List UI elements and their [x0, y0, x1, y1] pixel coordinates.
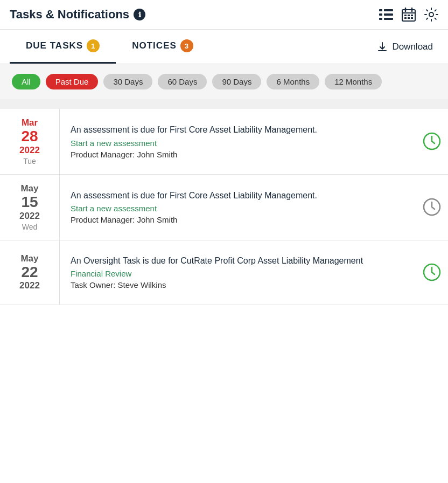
task-meta: Product Manager: John Smith: [71, 150, 405, 159]
task-year: 2022: [19, 145, 40, 156]
task-date-3: May 22 2022: [0, 240, 59, 305]
task-meta: Task Owner: Steve Wilkins: [71, 280, 405, 289]
svg-rect-10: [404, 15, 407, 16]
filter-6-months[interactable]: 6 Months: [267, 74, 319, 89]
due-tasks-label: DUE TASKS: [26, 40, 83, 51]
task-weekday: Tue: [23, 157, 36, 165]
page-title: Tasks & Notifications: [10, 8, 129, 22]
notices-label: NOTICES: [132, 40, 177, 51]
svg-rect-4: [384, 13, 393, 16]
filter-12-months[interactable]: 12 Months: [325, 74, 382, 89]
task-clock-icon-container: [416, 240, 448, 305]
task-description: An Oversight Task is due for CutRate Pro…: [71, 255, 405, 267]
download-label: Download: [392, 42, 433, 52]
svg-rect-5: [384, 18, 393, 20]
info-icon[interactable]: ℹ: [134, 9, 145, 20]
svg-rect-14: [408, 17, 410, 19]
calendar-icon-button[interactable]: [402, 8, 416, 22]
filter-90-days[interactable]: 90 Days: [212, 74, 261, 89]
task-year: 2022: [19, 211, 40, 222]
task-month: May: [20, 183, 38, 194]
list-icon: [379, 9, 393, 20]
clock-icon: [422, 132, 442, 151]
tab-bar: DUE TASKS 1 NOTICES 3 Download: [0, 30, 448, 64]
task-day: 22: [21, 264, 38, 281]
download-icon: [377, 42, 388, 52]
svg-point-16: [429, 12, 433, 17]
header-icons: [379, 8, 438, 22]
task-year: 2022: [19, 280, 40, 291]
task-content-2: An assessment is due for First Core Asse…: [59, 175, 416, 240]
list-icon-button[interactable]: [379, 9, 393, 20]
filter-60-days[interactable]: 60 Days: [158, 74, 207, 89]
filter-30-days[interactable]: 30 Days: [103, 74, 152, 89]
task-meta: Product Manager: John Smith: [71, 215, 405, 224]
task-date-1: Mar 28 2022 Tue: [0, 109, 59, 174]
task-action-link[interactable]: Start a new assessment: [71, 139, 405, 148]
due-tasks-badge: 1: [87, 39, 100, 52]
task-month: May: [20, 253, 38, 264]
notices-badge: 3: [180, 39, 193, 52]
filter-past-due[interactable]: Past Due: [46, 74, 99, 89]
table-row: May 15 2022 Wed An assessment is due for…: [0, 175, 448, 240]
svg-rect-13: [404, 17, 407, 19]
calendar-icon: [402, 8, 416, 22]
svg-rect-15: [411, 17, 413, 19]
download-button[interactable]: Download: [372, 32, 438, 62]
svg-rect-3: [384, 9, 393, 11]
filter-all[interactable]: All: [12, 74, 40, 89]
task-month: Mar: [22, 118, 38, 128]
task-day: 28: [21, 128, 38, 145]
task-description: An assessment is due for First Core Asse…: [71, 124, 405, 136]
clock-icon: [422, 197, 442, 217]
svg-rect-12: [411, 15, 413, 16]
svg-rect-2: [379, 18, 382, 20]
task-clock-icon-container: [416, 109, 448, 174]
task-content-1: An assessment is due for First Core Asse…: [59, 109, 416, 174]
table-row: Mar 28 2022 Tue An assessment is due for…: [0, 109, 448, 175]
svg-rect-1: [379, 13, 382, 16]
tab-due-tasks[interactable]: DUE TASKS 1: [10, 30, 116, 64]
header: Tasks & Notifications ℹ: [0, 0, 448, 30]
svg-rect-0: [379, 9, 382, 11]
settings-icon: [424, 8, 438, 22]
task-description: An assessment is due for First Core Asse…: [71, 190, 405, 202]
task-weekday: Wed: [22, 223, 38, 231]
section-divider: [0, 99, 448, 109]
task-clock-icon-container: [416, 175, 448, 240]
settings-icon-button[interactable]: [424, 8, 438, 22]
clock-icon: [422, 263, 442, 282]
task-date-2: May 15 2022 Wed: [0, 175, 59, 240]
filter-bar: All Past Due 30 Days 60 Days 90 Days 6 M…: [0, 64, 448, 99]
tab-notices[interactable]: NOTICES 3: [116, 30, 209, 64]
task-content-3: An Oversight Task is due for CutRate Pro…: [59, 240, 416, 305]
task-day: 15: [21, 194, 38, 211]
task-list: Mar 28 2022 Tue An assessment is due for…: [0, 109, 448, 305]
table-row: May 22 2022 An Oversight Task is due for…: [0, 240, 448, 305]
task-action-link[interactable]: Financial Review: [71, 269, 405, 278]
svg-rect-11: [408, 15, 410, 16]
task-action-link[interactable]: Start a new assessment: [71, 204, 405, 213]
